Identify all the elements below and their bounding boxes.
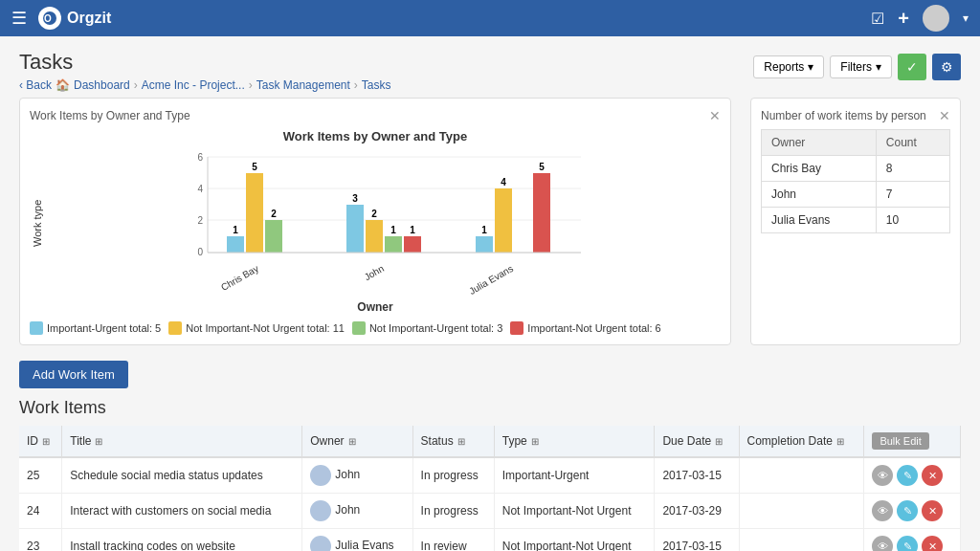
- status-filter-icon[interactable]: ⊞: [457, 436, 465, 447]
- legend-item-1: Important-Urgent total: 5: [30, 321, 161, 335]
- breadcrumb-back[interactable]: ‹ Back: [19, 78, 52, 92]
- x-axis-label: Owner: [30, 300, 721, 314]
- hamburger-icon[interactable]: ☰: [11, 8, 27, 29]
- row-status: In review: [412, 529, 494, 552]
- view-button[interactable]: 👁: [872, 500, 893, 521]
- svg-text:John: John: [363, 263, 386, 282]
- row-id: 25: [19, 457, 62, 494]
- row-actions: 👁 ✎ ✕: [864, 457, 961, 494]
- table-row: 24 Interact with customers on social med…: [19, 494, 961, 529]
- header-actions: Reports ▾ Filters ▾ ✓ ⚙: [753, 54, 961, 80]
- bulk-edit-button[interactable]: Bulk Edit: [872, 432, 928, 450]
- type-filter-icon[interactable]: ⊞: [531, 436, 539, 447]
- col-due-date: Due Date ⊞: [655, 426, 739, 457]
- person-name: John: [762, 182, 877, 208]
- table-chart-container: Number of work items by person ✕ Owner C…: [750, 98, 961, 345]
- completion-date-filter-icon[interactable]: ⊞: [836, 436, 844, 447]
- svg-text:Chris Bay: Chris Bay: [219, 263, 260, 293]
- row-due-date: 2017-03-15: [655, 457, 739, 494]
- gear-icon: ⚙: [941, 59, 953, 75]
- col-status: Status ⊞: [412, 426, 494, 457]
- delete-button[interactable]: ✕: [922, 500, 943, 521]
- main-content: Tasks ‹ Back 🏠 Dashboard › Acme Inc - Pr…: [0, 36, 980, 551]
- green-action-button[interactable]: ✓: [898, 54, 926, 80]
- filters-label: Filters: [840, 60, 872, 74]
- view-button[interactable]: 👁: [872, 536, 893, 551]
- title-filter-icon[interactable]: ⊞: [95, 436, 102, 447]
- due-date-filter-icon[interactable]: ⊞: [715, 436, 723, 447]
- breadcrumb-dashboard[interactable]: Dashboard: [74, 78, 130, 92]
- svg-text:4: 4: [197, 184, 203, 194]
- bar-chart-title-label: Work Items by Owner and Type: [30, 109, 190, 122]
- add-work-item-button[interactable]: Add Work Item: [19, 361, 128, 388]
- col-type: Type ⊞: [494, 426, 655, 457]
- row-due-date: 2017-03-29: [655, 494, 739, 529]
- row-owner: John: [302, 457, 412, 494]
- person-name: Julia Evans: [762, 208, 877, 233]
- reports-button[interactable]: Reports ▾: [753, 55, 824, 78]
- col-count: Count: [876, 130, 949, 156]
- owner-avatar: [310, 536, 331, 551]
- svg-rect-10: [227, 236, 244, 253]
- table-row: John 7: [762, 182, 950, 208]
- breadcrumb-project[interactable]: Acme Inc - Project...: [142, 78, 245, 92]
- row-type: Not Important-Not Urgent: [494, 529, 655, 552]
- row-status: In progress: [412, 457, 494, 494]
- check-icon[interactable]: ☑: [871, 10, 884, 28]
- svg-text:1: 1: [481, 225, 487, 235]
- svg-rect-30: [533, 173, 550, 253]
- delete-button[interactable]: ✕: [922, 465, 943, 486]
- view-button[interactable]: 👁: [872, 465, 893, 486]
- legend-color-blue: [30, 321, 43, 335]
- filters-button[interactable]: Filters ▾: [830, 55, 892, 78]
- row-title: Interact with customers on social media: [62, 494, 302, 529]
- top-navigation: ☰ O Orgzit ☑ + ▾: [0, 0, 980, 36]
- person-count: 8: [876, 156, 949, 182]
- edit-button[interactable]: ✎: [897, 500, 918, 521]
- bar-chart-container: Work Items by Owner and Type ✕ Work Item…: [19, 98, 731, 345]
- reports-label: Reports: [764, 60, 804, 74]
- breadcrumb: ‹ Back 🏠 Dashboard › Acme Inc - Project.…: [19, 78, 391, 92]
- plus-icon[interactable]: +: [898, 8, 909, 30]
- row-completion-date: [739, 494, 864, 529]
- settings-button[interactable]: ⚙: [932, 54, 961, 80]
- table-row: Julia Evans 10: [762, 208, 950, 233]
- breadcrumb-tasks[interactable]: Tasks: [362, 78, 391, 92]
- row-id: 24: [19, 494, 62, 529]
- svg-rect-23: [404, 236, 421, 253]
- row-owner: John: [302, 494, 412, 529]
- edit-button[interactable]: ✎: [897, 536, 918, 551]
- app-name: Orgzit: [67, 10, 111, 27]
- edit-button[interactable]: ✎: [897, 465, 918, 486]
- table-chart-close-icon[interactable]: ✕: [939, 108, 950, 123]
- legend-item-4: Important-Not Urgent total: 6: [510, 321, 660, 335]
- svg-text:Julia Evans: Julia Evans: [467, 263, 515, 296]
- legend-label-4: Important-Not Urgent total: 6: [527, 322, 660, 334]
- svg-text:1: 1: [410, 225, 415, 235]
- delete-button[interactable]: ✕: [922, 536, 943, 551]
- svg-text:4: 4: [501, 177, 506, 187]
- id-filter-icon[interactable]: ⊞: [42, 436, 50, 447]
- row-due-date: 2017-03-15: [655, 529, 739, 552]
- svg-text:3: 3: [352, 193, 358, 204]
- col-owner: Owner ⊞: [302, 426, 412, 457]
- app-logo: O Orgzit: [38, 7, 111, 30]
- row-actions: 👁 ✎ ✕: [864, 529, 961, 552]
- col-id: ID ⊞: [19, 426, 62, 457]
- col-completion-date: Completion Date ⊞: [739, 426, 864, 457]
- avatar[interactable]: [923, 5, 949, 32]
- svg-text:1: 1: [390, 225, 396, 235]
- svg-text:O: O: [44, 13, 52, 24]
- breadcrumb-task-mgmt[interactable]: Task Management: [256, 78, 350, 92]
- row-title: Schedule social media status updates: [62, 457, 302, 494]
- svg-text:5: 5: [252, 162, 257, 172]
- charts-section: Work Items by Owner and Type ✕ Work Item…: [19, 98, 961, 345]
- table-row: Chris Bay 8: [762, 156, 950, 182]
- svg-rect-17: [346, 205, 364, 253]
- row-type: Not Important-Not Urgent: [494, 494, 655, 529]
- avatar-chevron-icon[interactable]: ▾: [963, 11, 969, 25]
- bar-chart-close-icon[interactable]: ✕: [709, 108, 721, 123]
- svg-rect-21: [385, 236, 402, 253]
- filters-chevron-icon: ▾: [876, 60, 881, 74]
- owner-filter-icon[interactable]: ⊞: [348, 436, 356, 447]
